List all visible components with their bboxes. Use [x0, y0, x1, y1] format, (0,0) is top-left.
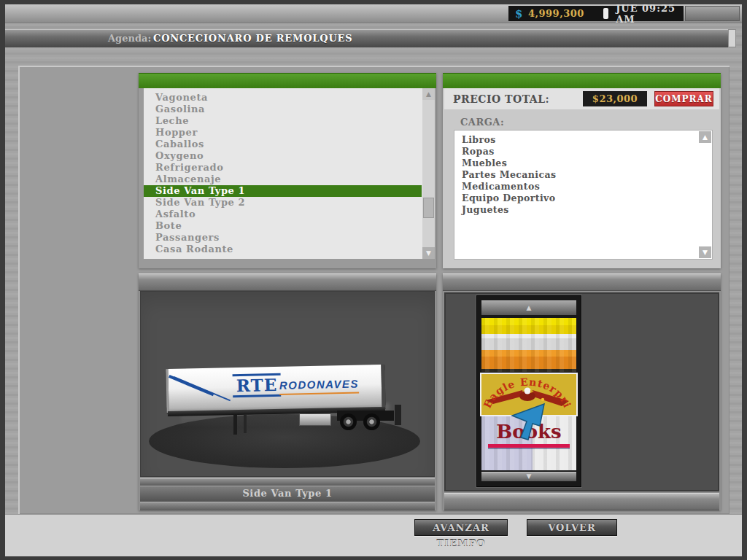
trailer-type-item[interactable]: Bote [144, 220, 422, 232]
trailer-type-item[interactable]: Asfalto [144, 209, 422, 220]
trailer-list: Vagoneta Gasolina Leche Hopper Caballos … [144, 88, 435, 259]
trailer-type-panel: Vagoneta Gasolina Leche Hopper Caballos … [139, 73, 436, 268]
cargo-item[interactable]: Ropas [454, 146, 697, 158]
agenda-label: Agenda: [108, 33, 151, 44]
trailer-type-item[interactable]: Vagoneta [144, 92, 422, 104]
footer-strip: AVANZAR TIEMPO VOLVER [5, 514, 742, 556]
skins-panel-top-bar [443, 273, 721, 291]
clock-display: JUE 09:25 AM [616, 3, 684, 25]
purchase-panel: PRECIO TOTAL: $23,000 COMPRAR CARGA: Lib… [443, 73, 721, 268]
trailer-type-item[interactable]: Hopper [144, 127, 422, 139]
preview-panel-top-bar [139, 273, 436, 291]
skin-carousel: ▲ Eagle Enterprises Books ▼ [476, 295, 581, 487]
up-arrow-icon: ▲ [703, 133, 708, 141]
trailer-body: RTE RODONAVES [166, 365, 385, 413]
topbar-blank-button[interactable] [685, 6, 740, 21]
advance-time-button[interactable]: AVANZAR TIEMPO [414, 519, 508, 536]
scrollbar-thumb[interactable] [423, 198, 434, 218]
trailer-type-item[interactable]: Leche [144, 115, 422, 127]
purchase-panel-header [443, 73, 721, 88]
caption-ridge [140, 502, 435, 510]
skin-selector-panel: ▲ Eagle Enterprises Books ▼ [443, 273, 721, 510]
trailer-caption: Side Van Type 1 [140, 486, 435, 502]
carousel-down-button[interactable]: ▼ [481, 472, 576, 481]
trailer-preview-panel: RTE RODONAVES Side Van Type 1 [139, 273, 436, 510]
cargo-item[interactable]: Libros [454, 134, 697, 146]
scroll-down-button[interactable]: ▼ [699, 246, 711, 258]
trailer-list-header [139, 73, 436, 88]
cargo-item[interactable]: Muebles [454, 158, 697, 169]
back-button[interactable]: VOLVER [527, 519, 617, 536]
cargo-scrollbar[interactable]: ▲ ▼ [698, 131, 712, 259]
up-arrow-icon: ▲ [527, 304, 532, 311]
cargo-list: Libros Ropas Muebles Partes Mecanicas Me… [454, 130, 713, 260]
trailer-type-item[interactable]: Almacenaje [144, 174, 422, 185]
money-display: $ 4,999,300 JUE 09:25 AM [508, 6, 684, 21]
scroll-up-button[interactable]: ▲ [422, 88, 435, 100]
trailer-list-scrollbar[interactable]: ▲ ▼ [422, 88, 435, 259]
wheel [363, 413, 380, 430]
books-logo-bar [488, 444, 570, 448]
trailer-type-item[interactable]: Refrigerado [144, 162, 422, 174]
cargo-item[interactable]: Equipo Deportivo [454, 192, 697, 204]
trailer-type-item-selected[interactable]: Side Van Type 1 [144, 185, 422, 197]
cargo-item[interactable]: Partes Mecanicas [454, 169, 697, 181]
mouse-cursor [511, 400, 549, 440]
caption-ridge [140, 478, 435, 486]
trailer-3d-view: RTE RODONAVES [140, 291, 435, 477]
trailer-image: RTE RODONAVES [162, 362, 407, 457]
wheel [340, 413, 357, 430]
separator-bar [603, 8, 608, 19]
cargo-item[interactable]: Medicamentos [454, 181, 697, 192]
trailer-type-item[interactable]: Passangers [144, 232, 422, 244]
agenda-bar: Agenda: CONCECIONARO DE REMOLQUES [5, 29, 728, 47]
trailer-type-item[interactable]: Oxygeno [144, 150, 422, 162]
buy-button[interactable]: COMPRAR [654, 91, 713, 106]
trailer-type-item[interactable]: Caballos [144, 139, 422, 150]
page-title: CONCECIONARO DE REMOLQUES [153, 33, 352, 44]
down-arrow-icon: ▼ [426, 249, 431, 257]
trailer-type-item[interactable]: Casa Rodante [144, 244, 422, 255]
skins-panel-bottom-bar [444, 493, 719, 510]
scroll-down-button[interactable]: ▼ [422, 247, 435, 259]
trailer-logo-abbr: RTE [233, 373, 282, 397]
landing-gear [244, 415, 247, 433]
price-total-label: PRECIO TOTAL: [453, 93, 549, 105]
agenda-bar-cap [728, 29, 736, 47]
money-amount: 4,999,300 [528, 8, 584, 19]
cargo-item[interactable]: Juguetes [454, 204, 697, 216]
trailer-logo-name: RODONAVES [279, 378, 360, 395]
price-value-display: $23,000 [583, 91, 647, 106]
cargo-label: CARGA: [460, 117, 504, 128]
trailer-type-item[interactable]: Gasolina [144, 104, 422, 115]
price-strip: PRECIO TOTAL: $23,000 COMPRAR [444, 88, 719, 109]
landing-gear [233, 415, 237, 435]
trailer-type-item[interactable]: Side Van Type 2 [144, 197, 422, 209]
cloth-texture [481, 318, 576, 372]
down-arrow-icon: ▼ [703, 249, 708, 256]
dollar-icon: $ [515, 7, 528, 20]
carousel-up-button[interactable]: ▲ [481, 300, 576, 315]
down-arrow-icon: ▼ [527, 472, 532, 480]
skin-thumbnail-stripes[interactable] [481, 318, 576, 372]
chassis-equipment-box [299, 413, 331, 426]
rear-bumper [395, 405, 401, 425]
up-arrow-icon: ▲ [426, 90, 431, 98]
scroll-up-button[interactable]: ▲ [699, 131, 711, 143]
logo-stripe [174, 376, 231, 401]
